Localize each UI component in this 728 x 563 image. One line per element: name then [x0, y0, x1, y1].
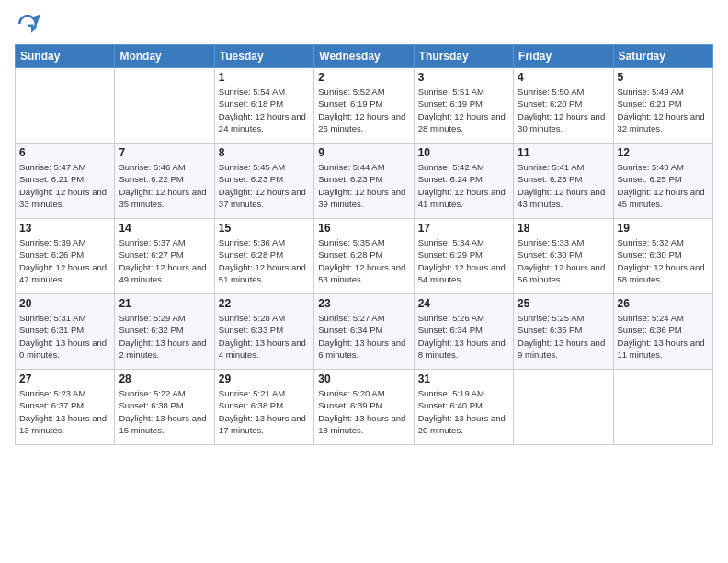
day-cell: 25Sunrise: 5:25 AM Sunset: 6:35 PM Dayli… — [514, 294, 613, 370]
day-cell — [514, 370, 613, 445]
day-detail: Sunrise: 5:32 AM Sunset: 6:30 PM Dayligh… — [618, 236, 709, 285]
weekday-header-saturday: Saturday — [613, 45, 712, 68]
day-detail: Sunrise: 5:26 AM Sunset: 6:34 PM Dayligh… — [418, 312, 509, 361]
day-number: 25 — [518, 297, 609, 310]
day-detail: Sunrise: 5:25 AM Sunset: 6:35 PM Dayligh… — [518, 312, 609, 361]
day-number: 6 — [19, 146, 110, 159]
day-cell: 21Sunrise: 5:29 AM Sunset: 6:32 PM Dayli… — [115, 294, 214, 370]
day-number: 8 — [219, 146, 310, 159]
day-number: 31 — [418, 373, 509, 385]
day-cell: 13Sunrise: 5:39 AM Sunset: 6:26 PM Dayli… — [16, 219, 115, 294]
day-detail: Sunrise: 5:34 AM Sunset: 6:29 PM Dayligh… — [418, 236, 509, 285]
day-detail: Sunrise: 5:20 AM Sunset: 6:39 PM Dayligh… — [318, 387, 409, 436]
day-cell: 15Sunrise: 5:36 AM Sunset: 6:28 PM Dayli… — [214, 219, 313, 294]
day-detail: Sunrise: 5:44 AM Sunset: 6:23 PM Dayligh… — [318, 161, 409, 210]
day-cell: 14Sunrise: 5:37 AM Sunset: 6:27 PM Dayli… — [115, 219, 214, 294]
day-cell: 18Sunrise: 5:33 AM Sunset: 6:30 PM Dayli… — [514, 219, 613, 294]
weekday-header-tuesday: Tuesday — [214, 45, 313, 68]
week-row-3: 20Sunrise: 5:31 AM Sunset: 6:31 PM Dayli… — [16, 294, 713, 370]
day-number: 1 — [219, 71, 310, 84]
day-detail: Sunrise: 5:23 AM Sunset: 6:37 PM Dayligh… — [19, 387, 110, 436]
day-detail: Sunrise: 5:51 AM Sunset: 6:19 PM Dayligh… — [418, 86, 509, 134]
day-detail: Sunrise: 5:52 AM Sunset: 6:19 PM Dayligh… — [318, 86, 409, 134]
day-cell: 6Sunrise: 5:47 AM Sunset: 6:21 PM Daylig… — [16, 144, 115, 219]
day-detail: Sunrise: 5:21 AM Sunset: 6:38 PM Dayligh… — [219, 387, 310, 436]
day-cell: 17Sunrise: 5:34 AM Sunset: 6:29 PM Dayli… — [414, 219, 513, 294]
day-cell: 8Sunrise: 5:45 AM Sunset: 6:23 PM Daylig… — [214, 144, 313, 219]
page: SundayMondayTuesdayWednesdayThursdayFrid… — [0, 0, 728, 563]
weekday-header-wednesday: Wednesday — [314, 45, 414, 68]
day-detail: Sunrise: 5:27 AM Sunset: 6:34 PM Dayligh… — [318, 312, 409, 361]
day-detail: Sunrise: 5:24 AM Sunset: 6:36 PM Dayligh… — [618, 312, 709, 361]
day-number: 26 — [618, 297, 709, 310]
day-number: 11 — [518, 146, 609, 159]
day-number: 13 — [19, 222, 110, 235]
day-number: 3 — [418, 71, 509, 84]
week-row-4: 27Sunrise: 5:23 AM Sunset: 6:37 PM Dayli… — [16, 370, 713, 445]
day-detail: Sunrise: 5:54 AM Sunset: 6:18 PM Dayligh… — [219, 86, 310, 134]
day-cell: 27Sunrise: 5:23 AM Sunset: 6:37 PM Dayli… — [16, 370, 115, 445]
day-detail: Sunrise: 5:40 AM Sunset: 6:25 PM Dayligh… — [618, 161, 709, 210]
day-detail: Sunrise: 5:39 AM Sunset: 6:26 PM Dayligh… — [19, 236, 110, 285]
day-number: 14 — [119, 222, 210, 235]
day-detail: Sunrise: 5:50 AM Sunset: 6:20 PM Dayligh… — [518, 86, 609, 134]
day-number: 23 — [318, 297, 409, 310]
day-detail: Sunrise: 5:46 AM Sunset: 6:22 PM Dayligh… — [119, 161, 210, 210]
day-cell: 28Sunrise: 5:22 AM Sunset: 6:38 PM Dayli… — [115, 370, 214, 445]
day-number: 5 — [618, 71, 709, 84]
day-cell: 1Sunrise: 5:54 AM Sunset: 6:18 PM Daylig… — [214, 68, 313, 144]
day-number: 29 — [219, 373, 310, 385]
day-detail: Sunrise: 5:45 AM Sunset: 6:23 PM Dayligh… — [219, 161, 310, 210]
week-row-2: 13Sunrise: 5:39 AM Sunset: 6:26 PM Dayli… — [16, 219, 713, 294]
day-cell: 12Sunrise: 5:40 AM Sunset: 6:25 PM Dayli… — [613, 144, 712, 219]
day-cell: 9Sunrise: 5:44 AM Sunset: 6:23 PM Daylig… — [314, 144, 414, 219]
day-detail: Sunrise: 5:29 AM Sunset: 6:32 PM Dayligh… — [119, 312, 210, 361]
day-detail: Sunrise: 5:35 AM Sunset: 6:28 PM Dayligh… — [318, 236, 409, 285]
day-number: 20 — [19, 297, 110, 310]
day-number: 16 — [318, 222, 409, 235]
day-cell: 30Sunrise: 5:20 AM Sunset: 6:39 PM Dayli… — [314, 370, 414, 445]
day-detail: Sunrise: 5:37 AM Sunset: 6:27 PM Dayligh… — [119, 236, 210, 285]
day-cell — [16, 68, 115, 144]
week-row-1: 6Sunrise: 5:47 AM Sunset: 6:21 PM Daylig… — [16, 144, 713, 219]
day-cell: 3Sunrise: 5:51 AM Sunset: 6:19 PM Daylig… — [414, 68, 513, 144]
day-detail: Sunrise: 5:22 AM Sunset: 6:38 PM Dayligh… — [119, 387, 210, 436]
day-cell: 4Sunrise: 5:50 AM Sunset: 6:20 PM Daylig… — [514, 68, 613, 144]
day-number: 18 — [518, 222, 609, 235]
day-cell: 7Sunrise: 5:46 AM Sunset: 6:22 PM Daylig… — [115, 144, 214, 219]
day-cell: 23Sunrise: 5:27 AM Sunset: 6:34 PM Dayli… — [314, 294, 414, 370]
day-number: 17 — [418, 222, 509, 235]
logo — [15, 11, 44, 37]
day-number: 24 — [418, 297, 509, 310]
day-number: 2 — [318, 71, 409, 84]
day-detail: Sunrise: 5:28 AM Sunset: 6:33 PM Dayligh… — [219, 312, 310, 361]
day-detail: Sunrise: 5:47 AM Sunset: 6:21 PM Dayligh… — [19, 161, 110, 210]
day-cell: 31Sunrise: 5:19 AM Sunset: 6:40 PM Dayli… — [414, 370, 513, 445]
week-row-0: 1Sunrise: 5:54 AM Sunset: 6:18 PM Daylig… — [16, 68, 713, 144]
day-number: 21 — [119, 297, 210, 310]
header — [15, 11, 713, 37]
day-cell: 10Sunrise: 5:42 AM Sunset: 6:24 PM Dayli… — [414, 144, 513, 219]
day-cell — [613, 370, 712, 445]
day-number: 22 — [219, 297, 310, 310]
day-cell: 26Sunrise: 5:24 AM Sunset: 6:36 PM Dayli… — [613, 294, 712, 370]
day-detail: Sunrise: 5:36 AM Sunset: 6:28 PM Dayligh… — [219, 236, 310, 285]
day-number: 12 — [618, 146, 709, 159]
day-number: 27 — [19, 373, 110, 385]
weekday-header-row: SundayMondayTuesdayWednesdayThursdayFrid… — [16, 45, 713, 68]
day-detail: Sunrise: 5:33 AM Sunset: 6:30 PM Dayligh… — [518, 236, 609, 285]
day-number: 15 — [219, 222, 310, 235]
day-cell: 5Sunrise: 5:49 AM Sunset: 6:21 PM Daylig… — [613, 68, 712, 144]
day-number: 7 — [119, 146, 210, 159]
day-cell — [115, 68, 214, 144]
day-cell: 2Sunrise: 5:52 AM Sunset: 6:19 PM Daylig… — [314, 68, 414, 144]
day-detail: Sunrise: 5:31 AM Sunset: 6:31 PM Dayligh… — [19, 312, 110, 361]
day-cell: 29Sunrise: 5:21 AM Sunset: 6:38 PM Dayli… — [214, 370, 313, 445]
calendar: SundayMondayTuesdayWednesdayThursdayFrid… — [15, 44, 713, 445]
day-detail: Sunrise: 5:19 AM Sunset: 6:40 PM Dayligh… — [418, 387, 509, 436]
day-cell: 20Sunrise: 5:31 AM Sunset: 6:31 PM Dayli… — [16, 294, 115, 370]
day-detail: Sunrise: 5:49 AM Sunset: 6:21 PM Dayligh… — [618, 86, 709, 134]
day-cell: 19Sunrise: 5:32 AM Sunset: 6:30 PM Dayli… — [613, 219, 712, 294]
day-cell: 16Sunrise: 5:35 AM Sunset: 6:28 PM Dayli… — [314, 219, 414, 294]
day-detail: Sunrise: 5:42 AM Sunset: 6:24 PM Dayligh… — [418, 161, 509, 210]
